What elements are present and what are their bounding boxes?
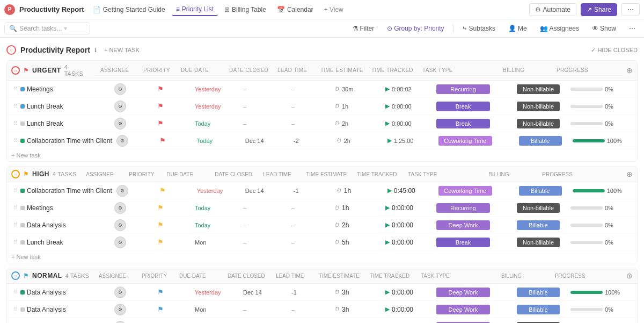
due-date-value: Today xyxy=(195,222,210,228)
task-name[interactable]: Lunch Break xyxy=(27,120,63,127)
drag-handle[interactable]: ⠿ xyxy=(13,138,17,143)
avatar[interactable]: ⚙ xyxy=(114,236,126,248)
priority-flag-icon[interactable]: ⚑ xyxy=(157,238,164,246)
time-tracked-cell: ▶0:00:00 xyxy=(383,221,434,229)
lead-time-cell: – xyxy=(289,86,332,92)
filter-button[interactable]: ⚗ Filter xyxy=(348,23,379,34)
task-name[interactable]: Meetings xyxy=(27,85,53,93)
priority-flag-icon[interactable]: ⚑ xyxy=(157,85,164,93)
info-icon[interactable]: ℹ xyxy=(94,47,97,54)
share-button[interactable]: ↗ Share xyxy=(581,3,617,16)
urgent-flag-icon: ⚑ xyxy=(23,67,29,74)
priority-flag-icon[interactable]: ⚑ xyxy=(157,102,164,110)
lead-time-value: – xyxy=(291,306,295,313)
drag-handle[interactable]: ⠿ xyxy=(13,86,17,92)
time-tracked-value: 0:00:00 xyxy=(392,204,413,212)
tab-calendar[interactable]: 📅 Calendar xyxy=(273,4,318,16)
play-icon: ▶ xyxy=(385,239,390,246)
column-headers-high: ASSIGNEE PRIORITY DUE DATE DATE CLOSED L… xyxy=(84,171,623,177)
tab-getting-started[interactable]: 📄 Getting Started Guide xyxy=(89,4,170,16)
table-row: ⠿ Meetings ⚙ ⚑ Yesterday – – ⏱ 30m xyxy=(7,81,637,98)
priority-flag-icon[interactable]: ⚑ xyxy=(157,288,164,296)
avatar[interactable]: ⚙ xyxy=(116,135,128,147)
avatar[interactable]: ⚙ xyxy=(114,118,126,130)
task-name-cell: ⠿ Lunch Break xyxy=(11,103,112,110)
assignee-cell: ⚙ xyxy=(114,135,157,147)
billing-cell: Billable xyxy=(515,220,568,230)
priority-flag-icon[interactable]: ⚑ xyxy=(157,221,164,229)
avatar[interactable]: ⚙ xyxy=(114,202,126,214)
avatar[interactable]: ⚙ xyxy=(114,83,126,95)
table-row: ⠿ Data Analysis ⚙ ⚑ Mon – – ⏱3h ▶0:00:00… xyxy=(7,301,637,318)
priority-flag-icon[interactable]: ⚑ xyxy=(157,204,164,212)
drag-handle[interactable]: ⠿ xyxy=(13,239,17,245)
task-name[interactable]: Data Analysis xyxy=(27,306,66,313)
date-closed-value: – xyxy=(243,120,246,127)
more-button[interactable]: ⋯ xyxy=(625,23,640,34)
new-task-button[interactable]: + NEW TASK xyxy=(101,46,143,54)
progress-fill xyxy=(573,139,605,142)
time-estimate-cell: ⏱2h xyxy=(332,221,383,229)
priority-flag-icon[interactable]: ⚑ xyxy=(159,186,166,195)
more-options-button[interactable]: ⋯ xyxy=(621,3,640,16)
subtasks-button[interactable]: ⤷ Subtasks xyxy=(458,23,500,34)
tab-billing-table[interactable]: ⊞ Billing Table xyxy=(220,4,270,16)
drag-handle[interactable]: ⠿ xyxy=(13,205,17,211)
assignees-button[interactable]: 👥 Assignees xyxy=(536,23,583,34)
progress-bar xyxy=(570,224,603,227)
time-tracked-value: 0:00:00 xyxy=(392,306,413,313)
add-view-button[interactable]: + View xyxy=(320,4,348,16)
avatar[interactable]: ⚙ xyxy=(114,321,126,324)
lead-time-cell: – xyxy=(289,222,332,228)
main-content: ○ Productivity Report ℹ + NEW TASK ✓ HID… xyxy=(0,38,644,323)
avatar[interactable]: ⚙ xyxy=(114,286,126,298)
drag-handle[interactable]: ⠿ xyxy=(13,222,17,228)
priority-flag-icon[interactable]: ⚑ xyxy=(157,119,164,127)
automate-button[interactable]: ⚙ Automate xyxy=(529,3,576,16)
task-name[interactable]: Data Analysis xyxy=(27,221,66,229)
me-button[interactable]: 👤 Me xyxy=(504,23,531,34)
priority-flag-icon[interactable]: ⚑ xyxy=(159,137,166,145)
time-estimate-value: 1h xyxy=(344,187,351,195)
task-name[interactable]: Meetings xyxy=(27,204,53,212)
lead-time-cell: – xyxy=(289,239,332,246)
drag-handle[interactable]: ⠿ xyxy=(13,306,17,312)
avatar[interactable]: ⚙ xyxy=(114,304,126,315)
drag-handle[interactable]: ⠿ xyxy=(13,188,17,193)
section-add-icon-normal[interactable]: ⊕ xyxy=(626,271,633,280)
search-box[interactable]: 🔍 Search tasks... ▾ xyxy=(4,23,90,34)
new-task-row-high[interactable]: + New task xyxy=(7,251,637,263)
task-color-dot xyxy=(20,223,25,227)
show-icon: 👁 xyxy=(592,25,598,32)
priority-flag-icon[interactable]: ⚑ xyxy=(157,305,164,313)
avatar[interactable]: ⚙ xyxy=(114,219,126,231)
tab-priority-list[interactable]: ≡ Priority List xyxy=(172,3,218,16)
task-name[interactable]: Collaboration Time with Client xyxy=(27,187,112,195)
task-name[interactable]: Data Analysis xyxy=(27,289,66,296)
due-date-value: Today xyxy=(195,120,210,127)
task-name[interactable]: Collaboration Time with Client xyxy=(27,137,112,145)
time-tracked-value: 0:00:02 xyxy=(392,86,412,92)
new-task-row-urgent[interactable]: + New task xyxy=(7,149,637,161)
show-button[interactable]: 👁 Show xyxy=(588,23,620,34)
avatar[interactable]: ⚙ xyxy=(116,185,128,197)
time-estimate-value: 3h xyxy=(342,289,349,296)
group-by-button[interactable]: ⊙ Group by: Priority xyxy=(383,23,448,34)
drag-handle[interactable]: ⠿ xyxy=(13,120,17,126)
due-date-value: Mon xyxy=(195,306,206,313)
billing-badge: Billable xyxy=(519,136,562,146)
task-name[interactable]: Lunch Break xyxy=(27,239,63,246)
lead-time-cell: -1 xyxy=(289,289,332,296)
priority-cell: ⚑ xyxy=(155,221,193,229)
task-name[interactable]: Lunch Break xyxy=(27,103,63,110)
section-add-icon-urgent[interactable]: ⊕ xyxy=(626,66,633,75)
time-estimate-cell: ⏱5h xyxy=(332,239,383,246)
billing-badge: Non-billable xyxy=(517,238,560,247)
avatar[interactable]: ⚙ xyxy=(114,101,126,112)
lead-time-cell: – xyxy=(289,120,332,127)
drag-handle[interactable]: ⠿ xyxy=(13,289,17,295)
drag-handle[interactable]: ⠿ xyxy=(13,103,17,109)
hide-closed-button[interactable]: ✓ HIDE CLOSED xyxy=(591,47,638,54)
task-type-badge: Deep Work xyxy=(436,220,490,230)
section-add-icon-high[interactable]: ⊕ xyxy=(626,170,633,178)
